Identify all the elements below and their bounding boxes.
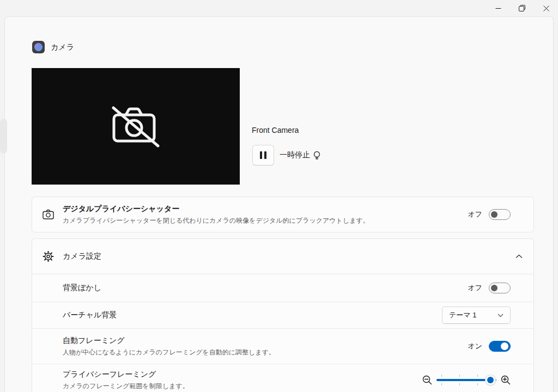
camera-settings-title: カメラ設定 — [63, 252, 101, 261]
restore-icon — [519, 5, 525, 11]
page-title: カメラ — [51, 42, 74, 52]
camera-settings-header-row[interactable]: カメラ設定 — [32, 239, 533, 274]
camera-settings-panel: カメラ Front Camera 一時停止 — [4, 16, 554, 392]
side-flyout-handle[interactable] — [0, 119, 7, 154]
slider-knob[interactable] — [486, 375, 495, 385]
minimize-button[interactable] — [486, 0, 510, 16]
pause-control: 一時停止 — [252, 145, 321, 166]
chevron-up-icon — [515, 254, 523, 259]
privacy-shutter-title: デジタルプライバシーシャッター — [63, 204, 369, 214]
camera-outline-icon — [42, 210, 54, 220]
background-blur-label: 背景ぼかし — [63, 283, 101, 293]
restore-button[interactable] — [510, 0, 534, 16]
privacy-framing-label: プライバシーフレーミング — [63, 370, 189, 379]
virtual-background-dropdown[interactable]: テーマ 1 — [442, 307, 511, 324]
lightbulb-icon[interactable] — [313, 151, 321, 160]
auto-framing-toggle-label: オン — [468, 341, 482, 351]
privacy-framing-slider[interactable] — [436, 375, 496, 385]
privacy-shutter-card: デジタルプライバシーシャッター カメラプライバシーシャッターを閉じる代わりにカメ… — [32, 197, 534, 232]
privacy-framing-description: カメラのフレーミング範囲を制限します。 — [63, 382, 189, 391]
pause-button[interactable] — [252, 145, 274, 166]
page-header: カメラ — [32, 41, 74, 53]
zoom-in-button[interactable] — [501, 375, 511, 385]
gear-icon — [42, 251, 54, 262]
privacy-shutter-toggle[interactable] — [489, 209, 511, 220]
privacy-framing-row: プライバシーフレーミング カメラのフレーミング範囲を制限します。 — [32, 364, 533, 392]
close-button[interactable] — [534, 0, 558, 16]
chevron-down-icon — [498, 314, 504, 317]
camera-off-icon — [110, 104, 162, 149]
pause-label: 一時停止 — [280, 150, 310, 160]
zoom-out-button[interactable] — [422, 375, 432, 385]
window-titlebar — [0, 0, 558, 16]
auto-framing-description: 人物が中心になるようにカメラのフレーミングを自動的に調整します。 — [63, 348, 275, 357]
camera-preview — [32, 68, 240, 185]
auto-framing-toggle[interactable] — [489, 341, 511, 352]
close-icon — [543, 5, 549, 11]
auto-framing-row: 自動フレーミング 人物が中心になるようにカメラのフレーミングを自動的に調整します… — [32, 329, 533, 364]
privacy-shutter-toggle-label: オフ — [468, 210, 482, 219]
background-blur-toggle[interactable] — [489, 283, 511, 293]
virtual-background-label: バーチャル背景 — [63, 310, 117, 320]
minimize-icon — [495, 5, 501, 11]
pause-icon — [260, 151, 266, 159]
dropdown-value: テーマ 1 — [449, 310, 498, 320]
auto-framing-label: 自動フレーミング — [63, 336, 275, 346]
privacy-shutter-description: カメラプライバシーシャッターを閉じる代わりにカメラの映像をデジタル的にブラックア… — [63, 216, 369, 225]
background-blur-toggle-label: オフ — [468, 283, 482, 293]
virtual-background-row: バーチャル背景 テーマ 1 — [32, 302, 533, 328]
camera-app-icon — [32, 41, 45, 53]
background-blur-row: 背景ぼかし オフ — [32, 274, 533, 302]
camera-name: Front Camera — [252, 126, 299, 134]
camera-settings-card: カメラ設定 背景ぼかし オフ バーチャル背景 テーマ — [32, 238, 534, 392]
